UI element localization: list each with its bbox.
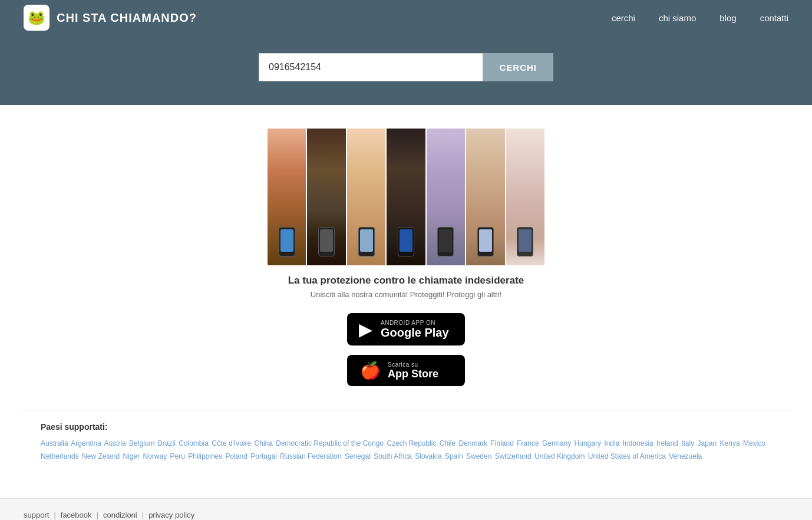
country-link[interactable]: Democratic Republic of the Congo <box>276 439 384 447</box>
country-link[interactable]: Mexico <box>743 439 765 447</box>
search-bar: CERCHI <box>259 53 553 81</box>
phone-screen-3 <box>360 229 373 252</box>
search-button[interactable]: CERCHI <box>483 53 553 81</box>
nav-contatti[interactable]: contatti <box>760 13 788 23</box>
country-link[interactable]: Brazil <box>158 439 176 447</box>
logo-icon: 🐸 <box>24 5 49 31</box>
country-link[interactable]: Japan <box>697 439 717 447</box>
footer-privacy-link[interactable]: privacy policy <box>148 511 194 519</box>
footer-sep-1: | <box>54 511 55 519</box>
footer-sep-3: | <box>142 511 144 519</box>
country-link[interactable]: New Zeland <box>82 452 120 460</box>
play-store-icon: ▶ <box>359 319 372 340</box>
tagline-sub: Unisciti alla nostra comunità! Proteggit… <box>311 290 501 299</box>
tagline-main: La tua protezione contro le chiamate ind… <box>288 275 524 287</box>
country-link[interactable]: Switzerland <box>495 452 532 460</box>
country-link[interactable]: Ireland <box>656 439 678 447</box>
phone-4 <box>398 227 414 256</box>
footer-condizioni-link[interactable]: condizioni <box>103 511 137 519</box>
google-play-button[interactable]: ▶ ANDROID APP ON Google Play <box>347 313 465 345</box>
country-link[interactable]: India <box>604 439 619 447</box>
country-link[interactable]: Russian Federation <box>280 452 341 460</box>
footer-sep-2: | <box>97 511 98 519</box>
country-link[interactable]: Peru <box>170 452 185 460</box>
person-2 <box>307 129 345 265</box>
country-link[interactable]: Australia <box>41 439 68 447</box>
google-play-text: ANDROID APP ON Google Play <box>381 320 449 339</box>
phone-screen-4 <box>400 229 412 252</box>
search-area: CERCHI <box>0 35 812 105</box>
country-link[interactable]: Finland <box>491 439 514 447</box>
country-link[interactable]: Czech Republic <box>387 439 436 447</box>
countries-label: Paesi supportati: <box>41 422 771 432</box>
app-store-button[interactable]: 🍎 Scarica su App Store <box>347 355 465 386</box>
country-link[interactable]: Germany <box>542 439 571 447</box>
footer-facebook-link[interactable]: facebook <box>61 511 92 519</box>
phone-screen-2 <box>320 229 333 252</box>
phone-7 <box>517 227 533 256</box>
country-link[interactable]: Philippines <box>188 452 222 460</box>
country-link[interactable]: Colombia <box>179 439 209 447</box>
person-6 <box>466 129 504 265</box>
country-link[interactable]: France <box>517 439 539 447</box>
person-7 <box>506 129 544 265</box>
phone-1 <box>279 227 295 256</box>
app-store-top-text: Scarica su <box>388 361 438 368</box>
nav-blog[interactable]: blog <box>719 13 736 23</box>
country-link[interactable]: United Kingdom <box>534 452 585 460</box>
google-play-top-text: ANDROID APP ON <box>381 320 449 326</box>
country-link[interactable]: China <box>255 439 273 447</box>
country-link[interactable]: Norway <box>143 452 167 460</box>
phone-3 <box>358 227 375 256</box>
phone-screen-5 <box>439 229 452 252</box>
countries-section: Paesi supportati: Australia Argentina Au… <box>17 410 795 475</box>
country-link[interactable]: Senegal <box>345 452 371 460</box>
country-link[interactable]: Indonesia <box>623 439 653 447</box>
country-link[interactable]: Côte d'Ivoire <box>212 439 251 447</box>
site-title: CHI STA CHIAMANDO? <box>57 11 197 25</box>
phone-6 <box>477 227 494 256</box>
country-link[interactable]: Argentina <box>71 439 101 447</box>
person-1 <box>268 129 306 265</box>
country-link[interactable]: Belgium <box>129 439 154 447</box>
phone-2 <box>318 227 335 256</box>
country-link[interactable]: Italy <box>681 439 694 447</box>
country-link[interactable]: Kenya <box>720 439 740 447</box>
person-4 <box>387 129 425 265</box>
country-link[interactable]: Chile <box>440 439 455 447</box>
country-link[interactable]: Spain <box>445 452 463 460</box>
person-5 <box>427 129 465 265</box>
nav-cerchi[interactable]: cerchi <box>612 13 635 23</box>
logo-emoji: 🐸 <box>28 9 45 26</box>
main-content: La tua protezione contro le chiamate ind… <box>0 105 812 498</box>
country-link[interactable]: Austria <box>104 439 126 447</box>
country-link[interactable]: United States of America <box>588 452 666 460</box>
phone-screen-6 <box>479 229 492 252</box>
country-link[interactable]: Portugal <box>250 452 277 460</box>
google-play-bottom-text: Google Play <box>381 326 449 339</box>
person-3 <box>347 129 385 265</box>
country-link[interactable]: Poland <box>226 452 247 460</box>
country-link[interactable]: Sweden <box>466 452 491 460</box>
country-link[interactable]: Netherlands <box>41 452 79 460</box>
app-store-text: Scarica su App Store <box>388 361 438 380</box>
country-link[interactable]: Denmark <box>458 439 487 447</box>
country-link[interactable]: South Africa <box>374 452 412 460</box>
app-store-bottom-text: App Store <box>388 368 438 380</box>
apple-icon: 🍎 <box>360 361 381 380</box>
country-link[interactable]: Hungary <box>575 439 601 447</box>
nav-chi-siamo[interactable]: chi siamo <box>659 13 696 23</box>
footer-support-link[interactable]: support <box>24 511 49 519</box>
footer: support | facebook | condizioni | privac… <box>0 498 812 520</box>
search-input[interactable] <box>259 53 483 81</box>
header-nav: cerchi chi siamo blog contatti <box>612 13 788 23</box>
phone-5 <box>437 227 454 256</box>
header: 🐸 CHI STA CHIAMANDO? cerchi chi siamo bl… <box>0 0 812 35</box>
country-link[interactable]: Slovakia <box>415 452 441 460</box>
phone-screen-1 <box>280 229 293 252</box>
countries-list: Australia Argentina Austria Belgium Braz… <box>41 437 771 463</box>
country-link[interactable]: Venezuela <box>669 452 702 460</box>
country-link[interactable]: Niger <box>123 452 140 460</box>
phone-screen-7 <box>519 229 532 252</box>
people-strip <box>268 129 544 265</box>
